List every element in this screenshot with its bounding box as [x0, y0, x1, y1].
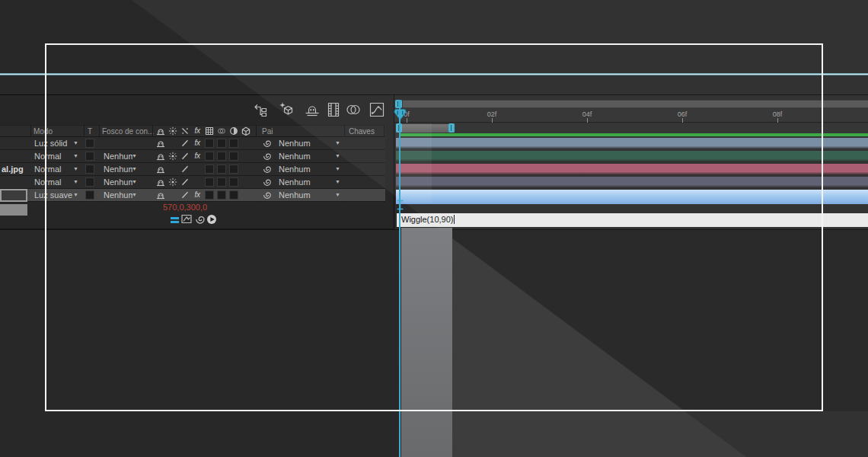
shy-switch[interactable]: [155, 165, 166, 174]
track-matte-dropdown[interactable]: Nenhum: [104, 152, 132, 161]
column-header-track-matte-t[interactable]: T: [88, 127, 92, 136]
track-matte-dropdown-arrow[interactable]: ▼: [132, 192, 137, 197]
switch-checkbox[interactable]: [217, 152, 226, 161]
switch-checkbox[interactable]: [217, 190, 226, 200]
parent-pick-whip-icon[interactable]: [262, 139, 273, 149]
column-header-keys[interactable]: Chaves: [349, 127, 375, 136]
quality-switch[interactable]: [180, 139, 190, 149]
track-matte-toggle[interactable]: [85, 139, 94, 148]
column-header-mode[interactable]: Modo: [34, 127, 53, 136]
column-header-track-matte[interactable]: Fosco de con...: [102, 127, 154, 136]
switch-checkbox[interactable]: [217, 165, 226, 174]
adjustment-layer-column-icon[interactable]: [228, 126, 239, 136]
quality-switch[interactable]: [180, 190, 190, 200]
expression-language-menu-icon[interactable]: [206, 214, 217, 225]
selected-layer-swatch[interactable]: [0, 189, 27, 202]
track-matte-toggle[interactable]: [85, 152, 94, 161]
track-matte-dropdown[interactable]: Nenhum: [104, 177, 132, 187]
expression-input[interactable]: Wiggle(10,90): [397, 213, 868, 227]
effects-switch[interactable]: fx: [192, 190, 203, 200]
switch-checkbox[interactable]: [229, 139, 238, 148]
switch-checkbox[interactable]: [205, 165, 214, 174]
parent-dropdown-arrow[interactable]: ▼: [335, 153, 340, 158]
effects-switch[interactable]: fx: [192, 152, 203, 161]
switch-checkbox[interactable]: [205, 139, 214, 148]
shy-column-icon[interactable]: [155, 126, 166, 136]
effects-switch[interactable]: fx: [192, 139, 203, 149]
mode-dropdown-arrow[interactable]: ▼: [73, 179, 78, 184]
track-matte-toggle[interactable]: [85, 190, 94, 200]
track-matte-dropdown-arrow[interactable]: ▼: [132, 179, 137, 184]
parent-pick-whip-icon[interactable]: [262, 177, 273, 187]
parent-dropdown[interactable]: Nenhum: [279, 152, 332, 161]
parent-dropdown-arrow[interactable]: ▼: [335, 192, 340, 197]
mode-dropdown-arrow[interactable]: ▼: [73, 153, 78, 158]
switch-checkbox[interactable]: [205, 177, 214, 187]
mode-dropdown[interactable]: Normal: [34, 165, 74, 174]
layer-row[interactable]: Normal▼Nenhum▼fxNenhum▼: [0, 150, 385, 163]
3d-layer-column-icon[interactable]: [241, 126, 251, 136]
collapse-transformations-column-icon[interactable]: [168, 126, 178, 136]
enable-expression-icon[interactable]: [171, 217, 179, 219]
shy-switch[interactable]: [155, 139, 166, 149]
motion-blur-column-icon[interactable]: [216, 126, 227, 136]
layer-row[interactable]: Normal▼Nenhum▼Nenhum▼: [0, 176, 385, 189]
parent-pick-whip-icon[interactable]: [262, 165, 273, 174]
parent-dropdown-arrow[interactable]: ▼: [335, 140, 340, 145]
pick-whip-icon[interactable]: [195, 214, 206, 225]
shy-switch[interactable]: [155, 152, 166, 161]
parent-pick-whip-icon[interactable]: [262, 152, 273, 161]
switch-checkbox[interactable]: [229, 152, 238, 161]
navigator-scrollbar[interactable]: [403, 101, 868, 107]
switch-checkbox[interactable]: [217, 177, 226, 187]
mode-dropdown[interactable]: Normal: [34, 152, 74, 161]
draft-3d-icon[interactable]: [278, 101, 295, 118]
work-area-end-handle[interactable]: [448, 123, 455, 133]
time-ruler[interactable]: 0f02f04f06f08f: [394, 108, 868, 123]
playhead-line[interactable]: [399, 100, 400, 457]
parent-dropdown[interactable]: Nenhum: [279, 190, 332, 200]
column-header-parent[interactable]: Pai: [262, 127, 273, 136]
mode-dropdown-arrow[interactable]: ▼: [73, 192, 78, 197]
layer-duration-bar[interactable]: [396, 164, 868, 175]
track-matte-dropdown-arrow[interactable]: ▼: [132, 166, 137, 171]
hide-shy-layers-icon[interactable]: [304, 101, 321, 118]
switch-checkbox[interactable]: [229, 177, 238, 187]
effects-column-icon[interactable]: fx: [192, 126, 203, 136]
shy-switch[interactable]: [155, 190, 166, 200]
switch-checkbox[interactable]: [205, 190, 214, 200]
frame-blending-icon[interactable]: [325, 101, 342, 118]
collapse-switch[interactable]: [168, 152, 178, 161]
motion-blur-icon[interactable]: [345, 101, 362, 118]
mode-dropdown[interactable]: Luz sólid: [34, 139, 74, 148]
mode-dropdown[interactable]: Normal: [34, 177, 74, 187]
quality-switch[interactable]: [180, 177, 190, 187]
graph-editor-icon[interactable]: [369, 101, 385, 118]
shy-switch[interactable]: [155, 177, 166, 187]
show-post-expression-graph-icon[interactable]: [181, 214, 192, 225]
layer-row[interactable]: Luz sólid▼fxNenhum▼: [0, 137, 385, 150]
switch-checkbox[interactable]: [229, 165, 238, 174]
switch-checkbox[interactable]: [205, 152, 214, 161]
parent-pick-whip-icon[interactable]: [262, 190, 273, 200]
layer-duration-bar[interactable]: [396, 138, 868, 149]
layer-duration-bar[interactable]: [396, 151, 868, 162]
mode-dropdown-arrow[interactable]: ▼: [73, 166, 78, 171]
track-matte-toggle[interactable]: [85, 177, 94, 187]
layer-row[interactable]: Luz suave▼Nenhum▼fxNenhum▼: [0, 189, 385, 202]
track-matte-dropdown-arrow[interactable]: ▼: [132, 153, 137, 158]
track-matte-toggle[interactable]: [85, 165, 94, 174]
track-matte-dropdown[interactable]: Nenhum: [104, 190, 132, 200]
quality-switch[interactable]: [180, 165, 190, 174]
mode-dropdown[interactable]: Luz suave: [34, 190, 74, 200]
layer-duration-bar[interactable]: [396, 190, 868, 204]
mode-dropdown-arrow[interactable]: ▼: [73, 140, 78, 145]
parent-dropdown-arrow[interactable]: ▼: [335, 166, 340, 171]
parent-dropdown[interactable]: Nenhum: [279, 139, 332, 148]
switch-checkbox[interactable]: [229, 190, 238, 200]
layer-row[interactable]: al.jpgNormal▼Nenhum▼Nenhum▼: [0, 163, 385, 176]
track-matte-dropdown[interactable]: Nenhum: [104, 165, 132, 174]
timeline-navigator[interactable]: [394, 100, 868, 108]
quality-column-icon[interactable]: [180, 126, 190, 136]
parent-dropdown[interactable]: Nenhum: [279, 177, 332, 187]
